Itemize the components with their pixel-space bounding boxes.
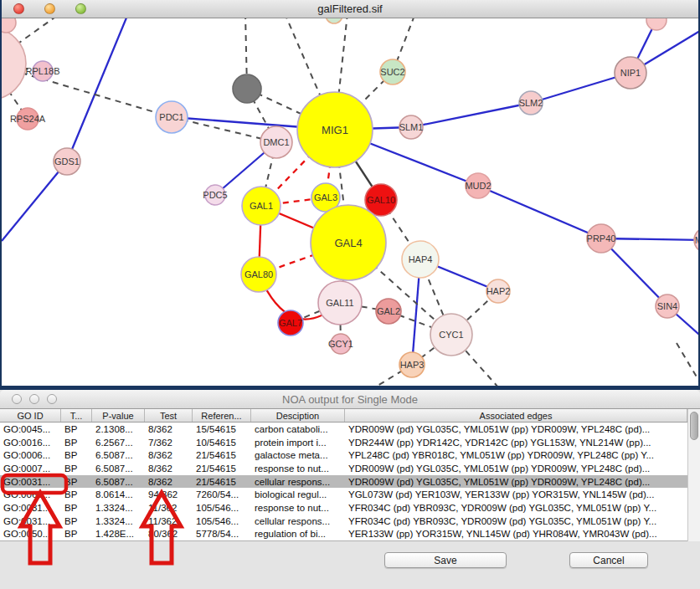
cell-test: 8/362 — [145, 450, 193, 460]
node-rps24a[interactable]: RPS24A — [10, 108, 46, 130]
save-button[interactable]: Save — [384, 552, 507, 568]
cell-p: 6.5087... — [92, 450, 145, 460]
node-cyc1[interactable]: CYC1 — [430, 314, 472, 356]
node-slm1[interactable]: SLM1 — [399, 115, 424, 139]
node-msl1[interactable]: MSL1 — [694, 228, 698, 253]
cell-desc: response to nut... — [251, 464, 345, 474]
node-bigleft[interactable] — [2, 28, 26, 100]
node-label: GAL2 — [377, 306, 400, 316]
cell-desc: carbon cataboli... — [251, 424, 345, 434]
network-edge[interactable] — [67, 18, 129, 161]
node-topmid[interactable] — [326, 18, 342, 23]
network-edge[interactable] — [677, 343, 698, 386]
cell-desc: biological regul... — [251, 489, 345, 499]
table-row[interactable]: GO:0031...BP1.3324...11/362105/546...res… — [0, 501, 700, 515]
node-gds1[interactable]: GDS1 — [54, 148, 80, 175]
node-label: GAL11 — [326, 298, 353, 308]
cell-edges: YFR034C (pd) YBR093C, YDR009W (pd) YGL03… — [345, 516, 687, 526]
network-edge[interactable] — [411, 103, 531, 127]
node-hap3[interactable]: HAP3 — [399, 352, 425, 377]
node-hap2[interactable]: HAP2 — [486, 279, 511, 303]
node-corner[interactable] — [2, 18, 16, 33]
cell-test: 94/362 — [145, 489, 193, 499]
node-label: CYC1 — [439, 330, 463, 340]
table-row[interactable]: GO:0065...BP8.0614...94/3627260/54...bio… — [0, 488, 700, 501]
node-slm2[interactable]: SLM2 — [519, 91, 543, 115]
cell-test: 8/362 — [145, 477, 193, 487]
node-topright[interactable] — [646, 18, 667, 30]
column-header-edges[interactable]: Associated edges — [345, 409, 687, 422]
node-label: GAL10 — [367, 195, 395, 205]
node-gray[interactable] — [233, 74, 261, 103]
column-header-desc[interactable]: Desciption — [251, 409, 345, 422]
node-label: HAP2 — [486, 286, 511, 296]
node-label: SLM2 — [519, 98, 543, 108]
vertical-scrollbar[interactable] — [687, 409, 700, 541]
node-gal80[interactable]: GAL80 — [241, 257, 276, 292]
cell-type: BP — [61, 438, 92, 448]
minimize-button[interactable] — [44, 3, 55, 14]
node-gal11[interactable]: GAL11 — [318, 281, 362, 325]
node-label: RPS24A — [10, 114, 46, 124]
network-edge[interactable] — [478, 186, 601, 238]
node-gal1[interactable]: GAL1 — [242, 187, 281, 225]
node-nip1[interactable]: NIP1 — [615, 57, 646, 89]
cell-p: 6.2567... — [92, 438, 145, 448]
cell-go: GO:0031... — [0, 477, 61, 487]
table-row[interactable]: GO:0006...BP6.5087...8/36221/54615galact… — [0, 448, 700, 462]
noa-window-titlebar[interactable]: NOA output for Single Mode — [0, 390, 700, 409]
network-window-titlebar[interactable]: galFiltered.sif — [2, 0, 698, 18]
zoom-button[interactable] — [75, 3, 86, 14]
node-label: NIP1 — [620, 68, 641, 78]
close-button[interactable] — [13, 3, 24, 14]
column-header-ref[interactable]: Referen... — [193, 409, 251, 422]
node-prp40[interactable]: PRP40 — [587, 224, 616, 253]
node-pdc1[interactable]: PDC1 — [156, 101, 188, 133]
table-row[interactable]: GO:0031...BP6.5087...8/36221/54615cellul… — [0, 475, 700, 489]
table-row[interactable]: GO:0007...BP6.5087...8/36221/54615respon… — [0, 462, 700, 475]
node-label: GAL1 — [250, 201, 273, 211]
node-dmc1[interactable]: DMC1 — [260, 126, 292, 158]
cell-type: BP — [61, 516, 92, 526]
column-header-test[interactable]: Test — [145, 409, 193, 422]
cell-edges: YFR034C (pd) YBR093C, YDR009W (pd) YGL03… — [345, 503, 687, 513]
node-suc2[interactable]: SUC2 — [380, 59, 405, 85]
go-results-table: GO IDT...P-valueTestReferen...Desciption… — [0, 409, 700, 541]
column-header-type[interactable]: T... — [61, 409, 92, 422]
node-hap4[interactable]: HAP4 — [402, 241, 439, 278]
cell-go: GO:0031... — [0, 503, 61, 513]
node-mud2[interactable]: MUD2 — [465, 173, 491, 198]
cell-desc: regulation of bi... — [251, 529, 345, 539]
column-header-p[interactable]: P-value — [92, 409, 145, 422]
node-gcy1[interactable]: GCY1 — [328, 334, 353, 354]
zoom-button[interactable] — [47, 394, 57, 404]
scrollbar-thumb[interactable] — [690, 412, 698, 440]
network-canvas[interactable]: RPL18BRPS24AGDS1PDC1DMC1MIG1SUC2SLM1SLM2… — [2, 18, 698, 386]
cell-desc: protein import i... — [251, 438, 345, 448]
column-header-go[interactable]: GO ID — [0, 409, 61, 422]
table-row[interactable]: GO:0031...BP1.3324...11/362105/546...cel… — [0, 515, 700, 528]
node-label: MUD2 — [465, 181, 491, 191]
network-edge[interactable] — [2, 161, 67, 241]
cell-ref: 15/54615 — [193, 424, 251, 434]
node-sin4[interactable]: SIN4 — [656, 294, 679, 318]
cell-p: 1.428E... — [92, 529, 145, 539]
close-button[interactable] — [12, 394, 22, 404]
node-gal4[interactable]: GAL4 — [311, 205, 386, 280]
table-header-row: GO IDT...P-valueTestReferen...Desciption… — [0, 409, 700, 423]
node-mig1[interactable]: MIG1 — [297, 92, 373, 167]
node-label: SLM1 — [399, 122, 424, 132]
node-label: SUC2 — [380, 67, 404, 77]
node-gal7[interactable]: GAL7 — [278, 310, 303, 335]
node-gal2[interactable]: GAL2 — [376, 299, 401, 324]
button-row: Save Cancel — [0, 552, 700, 589]
table-row[interactable]: GO:0045...BP2.1308...8/36215/54615carbon… — [0, 423, 700, 436]
minimize-button[interactable] — [29, 394, 39, 404]
cancel-button[interactable]: Cancel — [569, 552, 648, 568]
cell-type: BP — [61, 477, 92, 487]
cell-go: GO:0031... — [0, 516, 61, 526]
node-rpl18b[interactable]: RPL18B — [26, 61, 60, 81]
table-row[interactable]: GO:0016...BP6.2567...7/36210/54615protei… — [0, 436, 700, 449]
table-row[interactable]: GO:0050...BP1.428E...80/3625778/54...reg… — [0, 528, 700, 541]
cell-p: 1.3324... — [92, 516, 145, 526]
